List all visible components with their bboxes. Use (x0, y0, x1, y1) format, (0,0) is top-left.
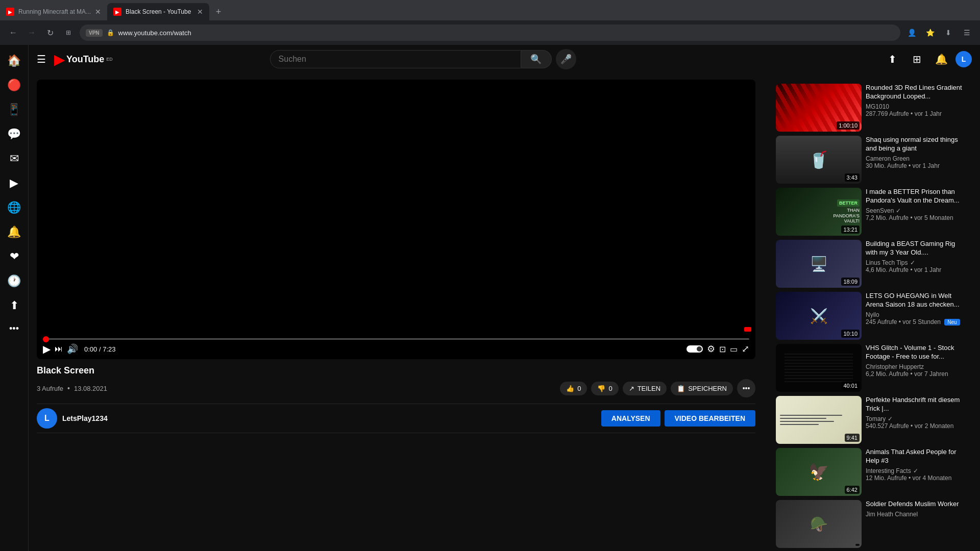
new-tab-button[interactable]: + (211, 5, 226, 19)
rec-info-7: Animals That Asked People for Help #3 In… (866, 448, 964, 496)
mic-button[interactable]: 🎤 (556, 49, 576, 69)
progress-bar[interactable] (43, 338, 749, 340)
analyze-button[interactable]: ANALYSEN (601, 410, 660, 427)
sidebar-icon-7[interactable]: 🌐 (0, 196, 28, 219)
verified-icon-6: ✓ (888, 415, 893, 422)
sidebar-icon-home[interactable]: 🏠 (0, 49, 28, 72)
save-button[interactable]: 📋 SPEICHERN (671, 382, 733, 395)
rec-item-5[interactable]: 40:01 VHS Glitch - Volume 1 - Stock Foot… (776, 344, 964, 392)
theater-button[interactable]: ▭ (730, 344, 738, 354)
save-icon: 📋 (677, 385, 685, 392)
rec-info-3: Building a BEAST Gaming Rig with my 3 Ye… (866, 240, 964, 288)
volume-button[interactable]: 🔊 (67, 343, 78, 355)
sidebar-icon-5[interactable]: ✉ (0, 147, 28, 170)
autoplay-toggle[interactable] (687, 345, 703, 353)
upload-button[interactable]: ⬆ (882, 49, 902, 69)
rec-info-0: Rounded 3D Red Lines Gradient Background… (866, 84, 964, 132)
rec-channel-3: Linus Tech Tips ✓ (866, 259, 964, 266)
search-button[interactable]: 🔍 (521, 50, 552, 68)
dislike-icon: 👎 (597, 385, 605, 392)
settings-button[interactable]: ⚙ (707, 343, 715, 355)
rec-thumb-1: 🥤 3:43 (776, 136, 862, 184)
rec-item-2[interactable]: BETTER THANPANDORA'SVAULT! 13:21 I made … (776, 188, 964, 236)
rec-meta-6: 540.527 Aufrufe • vor 2 Monaten (866, 422, 964, 430)
sidebar-icon-11[interactable]: ⬆ (0, 294, 28, 317)
rec-item-8[interactable]: 🪖 Soldier Defends Muslim Worker Jim Heat… (776, 500, 964, 548)
extensions-button[interactable]: ⊞ (61, 26, 76, 40)
sidebar-icon-10[interactable]: 🕐 (0, 269, 28, 293)
view-count: 3 Aufrufe (37, 385, 63, 392)
video-actions: 👍 0 👎 0 ↗ TEILEN (560, 379, 755, 397)
new-badge-4: Neu (944, 319, 960, 325)
tab-active[interactable]: ▶ Black Screen - YouTube ✕ (107, 3, 209, 20)
nav-action-1[interactable]: 👤 (904, 26, 919, 40)
sidebar-icon-3[interactable]: 📱 (0, 98, 28, 121)
rec-meta-1: 30 Mio. Aufrufe • vor 1 Jahr (866, 162, 964, 169)
grid-button[interactable]: ⊞ (906, 49, 927, 69)
yt-logo-icon: ▶ (54, 51, 65, 68)
back-button[interactable]: ← (6, 26, 20, 40)
share-button[interactable]: ↗ TEILEN (623, 382, 667, 395)
rec-thumb-6: 9:41 (776, 396, 862, 444)
rec-info-1: Shaq using normal sized things and being… (866, 136, 964, 184)
corner-badge (731, 317, 751, 332)
sidebar-icon-4[interactable]: 💬 (0, 122, 28, 146)
dislike-button[interactable]: 👎 0 (591, 382, 618, 395)
lock-icon: 🔒 (107, 29, 114, 36)
progress-dot (43, 336, 49, 342)
rec-item-3[interactable]: 🖥️ 18:09 Building a BEAST Gaming Rig wit… (776, 240, 964, 288)
menu-button[interactable]: ☰ (37, 53, 46, 65)
rec-duration-0: 1:00:10 (837, 121, 860, 130)
rec-item-7[interactable]: 🦅 6:42 Animals That Asked People for Hel… (776, 448, 964, 496)
youtube-topbar: ☰ ▶ YouTube ED 🔍 🎤 ⬆ ⊞ 🔔 L (29, 45, 980, 73)
bell-button[interactable]: 🔔 (931, 49, 951, 69)
fullscreen-button[interactable]: ⤢ (742, 343, 749, 355)
youtube-logo[interactable]: ▶ YouTube ED (54, 51, 113, 68)
next-button[interactable]: ⏭ (55, 344, 63, 354)
search-container: 🔍 🎤 (270, 49, 576, 69)
rec-channel-2: SeenSven ✓ (866, 207, 964, 214)
edit-video-button[interactable]: VIDEO BEARBEITEN (665, 410, 755, 427)
rec-meta-7: 12 Mio. Aufrufe • vor 4 Monaten (866, 474, 964, 482)
rec-title-3: Building a BEAST Gaming Rig with my 3 Ye… (866, 240, 964, 257)
like-button[interactable]: 👍 0 (560, 382, 587, 395)
tab-close-2[interactable]: ✕ (197, 8, 203, 16)
rec-channel-1: Cameron Green (866, 155, 964, 162)
rec-item-6[interactable]: 9:41 Perfekte Handschrift mit diesem Tri… (776, 396, 964, 444)
forward-button[interactable]: → (24, 26, 39, 40)
refresh-button[interactable]: ↻ (43, 26, 57, 40)
rec-meta-0: 287.769 Aufrufe • vor 1 Jahr (866, 110, 964, 117)
verified-icon-2: ✓ (896, 207, 901, 214)
upload-date: 13.08.2021 (74, 385, 107, 392)
search-box[interactable] (270, 50, 521, 68)
channel-name: LetsPlay1234 (62, 414, 108, 422)
recommendations-sidebar: 1:00:10 Rounded 3D Red Lines Gradient Ba… (768, 80, 972, 551)
rec-info-5: VHS Glitch - Volume 1 - Stock Footage - … (866, 344, 964, 392)
rec-thumb-8: 🪖 (776, 500, 862, 548)
play-button[interactable]: ▶ (43, 343, 51, 355)
search-input[interactable] (279, 55, 512, 64)
more-options-button[interactable]: ••• (737, 379, 755, 397)
rec-item-1[interactable]: 🥤 3:43 Shaq using normal sized things an… (776, 136, 964, 184)
tab-inactive[interactable]: ▶ Running Minecraft at MA... ✕ (0, 3, 107, 20)
nav-action-3[interactable]: ⬇ (941, 26, 955, 40)
rec-item-0[interactable]: 1:00:10 Rounded 3D Red Lines Gradient Ba… (776, 84, 964, 132)
separator: • (67, 384, 70, 392)
tab-close-1[interactable]: ✕ (95, 8, 101, 16)
rec-duration-8 (855, 544, 860, 546)
user-avatar[interactable]: L (955, 51, 972, 67)
nav-action-4[interactable]: ☰ (960, 26, 974, 40)
sidebar-icon-2[interactable]: 🔴 (0, 73, 28, 97)
rec-title-5: VHS Glitch - Volume 1 - Stock Footage - … (866, 344, 964, 361)
address-bar[interactable]: VPN 🔒 www.youtube.com/watch (80, 24, 900, 41)
rec-item-4[interactable]: ⚔️ 10:10 LETS GO HAEGANG in Welt Arena S… (776, 292, 964, 340)
rec-thumb-3: 🖥️ 18:09 (776, 240, 862, 288)
sidebar-icon-6[interactable]: ▶ (0, 171, 28, 195)
miniplayer-button[interactable]: ⊡ (719, 344, 726, 354)
nav-action-2[interactable]: ⭐ (923, 26, 937, 40)
sidebar-icon-8[interactable]: 🔔 (0, 220, 28, 244)
tab-favicon-1: ▶ (6, 8, 14, 16)
yt-logo-text: YouTube (66, 54, 104, 65)
sidebar-icon-9[interactable]: ❤ (0, 245, 28, 268)
sidebar-icon-more[interactable]: ••• (0, 318, 28, 339)
